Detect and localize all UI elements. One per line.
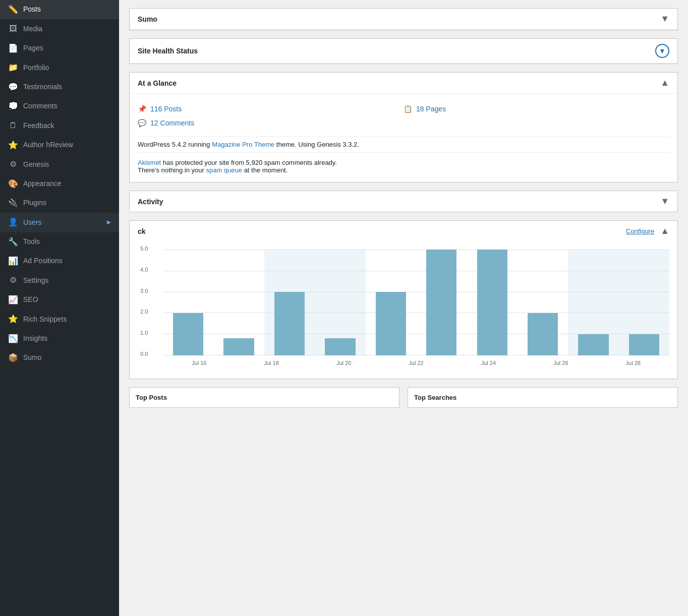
sidebar-item-sumo[interactable]: 📦 Sumo (0, 348, 119, 367)
sidebar-item-insights[interactable]: 📉 Insights (0, 329, 119, 348)
top-posts-title: Top Posts (136, 394, 167, 401)
ad-positions-icon: 📊 (8, 256, 18, 267)
x-label-jul16: Jul 16 (163, 360, 235, 366)
chart-widget: ck Configure ▲ 5.0 4.0 3.0 2.0 1.0 0.0 (129, 220, 678, 379)
sidebar: ✏️ Posts 🖼 Media 📄 Pages 📁 Portfolio 💬 T… (0, 0, 119, 616)
sidebar-item-label: Plugins (23, 198, 111, 208)
at-a-glance-header[interactable]: At a Glance ▲ (130, 73, 677, 94)
users-menu-container: 👤 Users ▶ All Users Add New Your Profile (0, 213, 119, 232)
pages-icon: 📄 (8, 43, 18, 54)
sidebar-item-ad-positions[interactable]: 📊 Ad Positions (0, 252, 119, 271)
posts-stat-link[interactable]: 116 Posts (150, 105, 182, 113)
appearance-icon: 🎨 (8, 178, 18, 190)
sidebar-item-label: Tools (23, 237, 111, 247)
theme-link[interactable]: Magazine Pro Theme (212, 141, 274, 148)
sidebar-item-label: Rich Snippets (23, 315, 111, 325)
submenu-arrow: ▶ (107, 219, 111, 226)
sidebar-item-label: Media (23, 24, 111, 34)
grid-label-5: 5.0 (140, 245, 148, 252)
akismet-text3: at the moment. (242, 166, 288, 174)
plugins-icon: 🔌 (8, 198, 18, 209)
akismet-text1: has protected your site from 5,920 spam … (161, 159, 337, 166)
x-label-jul28: Jul 28 (597, 360, 669, 366)
posts-stat: 📌 116 Posts (138, 102, 404, 116)
sidebar-item-label: Genesis (23, 160, 111, 170)
bar-group-1 (213, 250, 264, 355)
spam-queue-link[interactable]: spam queue (206, 166, 242, 174)
configure-link[interactable]: Configure (626, 227, 654, 235)
activity-title: Activity (138, 198, 163, 206)
sidebar-item-portfolio[interactable]: 📁 Portfolio (0, 58, 119, 77)
bar-6 (477, 250, 507, 355)
sidebar-item-label: Author hReview (23, 140, 111, 150)
sidebar-item-genesis[interactable]: ⚙ Genesis (0, 155, 119, 174)
comments-stat-icon: 💬 (138, 119, 146, 127)
sidebar-item-feedback[interactable]: 🗒 Feedback (0, 116, 119, 135)
sidebar-item-label: Feedback (23, 121, 111, 131)
at-a-glance-widget: At a Glance ▲ 📌 116 Posts 📋 18 Pages 💬 1… (129, 72, 678, 182)
sidebar-item-label: Ad Positions (23, 256, 111, 266)
x-label-jul20: Jul 20 (308, 360, 380, 366)
sidebar-item-appearance[interactable]: 🎨 Appearance (0, 174, 119, 194)
chart-title: ck (138, 227, 146, 235)
bar-group-9 (619, 250, 669, 355)
pages-stat-link[interactable]: 18 Pages (416, 105, 446, 113)
grid-label-2: 2.0 (140, 309, 148, 315)
sidebar-item-label: SEO (23, 295, 111, 305)
sidebar-item-media[interactable]: 🖼 Media (0, 19, 119, 38)
site-health-header[interactable]: Site Health Status ▼ (130, 39, 677, 64)
media-icon: 🖼 (8, 23, 18, 34)
sidebar-item-rich-snippets[interactable]: ⭐ Rich Snippets (0, 310, 119, 329)
grid-label-3: 3.0 (140, 288, 148, 294)
bar-group-4 (366, 250, 416, 355)
comments-stat-link[interactable]: 12 Comments (150, 119, 194, 127)
sidebar-item-pages[interactable]: 📄 Pages (0, 39, 119, 58)
sidebar-item-label: Settings (23, 276, 111, 286)
sidebar-item-posts[interactable]: ✏️ Posts (0, 0, 119, 19)
author-hreview-icon: ⭐ (8, 140, 18, 151)
comments-icon: 💭 (8, 101, 18, 112)
grid-label-0: 0.0 (140, 351, 148, 357)
sidebar-item-settings[interactable]: ⚙ Settings (0, 271, 119, 290)
bar-1 (223, 338, 254, 355)
activity-header[interactable]: Activity ▼ (130, 191, 677, 212)
sumo-widget: Sumo ▼ (129, 8, 678, 30)
top-posts-widget: Top Posts (129, 387, 399, 408)
posts-icon: ✏️ (8, 4, 18, 15)
wp-info-prefix: WordPress 5.4.2 running (138, 141, 212, 148)
wp-info-text: WordPress 5.4.2 running Magazine Pro The… (138, 136, 669, 148)
testimonials-icon: 💬 (8, 82, 18, 93)
akismet-text: Akismet has protected your site from 5,9… (138, 152, 669, 174)
sidebar-item-testimonials[interactable]: 💬 Testimonials (0, 78, 119, 97)
bar-group-6 (467, 250, 517, 355)
sidebar-item-seo[interactable]: 📈 SEO (0, 290, 119, 310)
sidebar-item-tools[interactable]: 🔧 Tools (0, 232, 119, 252)
bar-group-2 (264, 250, 315, 355)
sumo-widget-header[interactable]: Sumo ▼ (130, 9, 677, 30)
sumo-toggle-icon: ▼ (660, 14, 669, 24)
pages-stat: 📋 18 Pages (404, 102, 669, 116)
bar-2 (274, 292, 305, 355)
sidebar-item-comments[interactable]: 💭 Comments (0, 97, 119, 116)
akismet-link[interactable]: Akismet (138, 159, 161, 166)
activity-widget: Activity ▼ (129, 191, 678, 212)
bar-chart: 5.0 4.0 3.0 2.0 1.0 0.0 Jul 16 Jul 18 Ju… (138, 250, 669, 371)
bar-4 (376, 292, 406, 355)
sidebar-item-label: Comments (23, 101, 111, 111)
glance-stats: 📌 116 Posts 📋 18 Pages 💬 12 Comments (138, 102, 669, 130)
site-health-widget: Site Health Status ▼ (129, 38, 678, 64)
grid-label-1: 1.0 (140, 330, 148, 336)
tools-icon: 🔧 (8, 236, 18, 248)
akismet-text2: There's nothing in your (138, 166, 206, 174)
sidebar-item-users[interactable]: 👤 Users ▶ (0, 213, 119, 232)
sidebar-item-plugins[interactable]: 🔌 Plugins (0, 194, 119, 213)
bars-container (163, 250, 669, 355)
sumo-widget-title: Sumo (138, 15, 157, 23)
comments-stat: 💬 12 Comments (138, 116, 404, 130)
sidebar-item-label: Insights (23, 334, 111, 344)
settings-icon: ⚙ (8, 275, 18, 286)
sidebar-item-label: Posts (23, 5, 111, 15)
sidebar-item-author-hreview[interactable]: ⭐ Author hReview (0, 136, 119, 155)
genesis-icon: ⚙ (8, 159, 18, 170)
bar-0 (173, 313, 203, 355)
